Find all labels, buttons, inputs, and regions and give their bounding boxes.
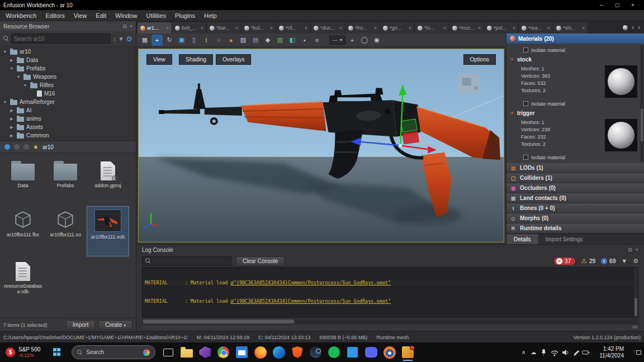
- file-item-xo[interactable]: ar10fbx111.xo: [45, 207, 86, 256]
- tree-item-weapons[interactable]: ▼ Weapons: [0, 73, 136, 81]
- log-search-input[interactable]: [154, 258, 228, 264]
- editor-tab-rea[interactable]: *rea...×: [519, 22, 553, 34]
- editor-tab-fro[interactable]: *fro...×: [345, 22, 380, 34]
- file-item-prefabs[interactable]: Prefabs: [45, 156, 86, 206]
- expand-arrow-icon[interactable]: ▼: [2, 50, 8, 54]
- expand-arrow-icon[interactable]: ▶: [9, 58, 15, 63]
- taskbar-clock[interactable]: 1:42 PM 11/4/2024: [594, 346, 629, 359]
- menu-view[interactable]: View: [69, 11, 92, 20]
- circle-tool-icon[interactable]: ◯: [359, 35, 370, 46]
- visual-studio-button[interactable]: [196, 342, 214, 362]
- material-section-trigger[interactable]: ▼ trigger: [506, 108, 644, 118]
- record-icon[interactable]: •: [299, 35, 310, 46]
- bounds-icon[interactable]: ▯: [188, 35, 200, 46]
- log-filter-icon[interactable]: ▼: [621, 258, 627, 264]
- expand-arrow-icon[interactable]: ▼: [2, 100, 8, 104]
- close-icon[interactable]: ×: [339, 25, 342, 31]
- options-button[interactable]: Options: [463, 54, 496, 65]
- filter-icon[interactable]: ▼: [118, 36, 124, 42]
- rotate-tool-icon[interactable]: ↻: [164, 35, 175, 46]
- dock-icon[interactable]: ⊟: [628, 247, 632, 253]
- clear-console-button[interactable]: Clear Console: [236, 256, 285, 266]
- file-item-data[interactable]: Data: [2, 156, 44, 206]
- close-icon[interactable]: ×: [443, 25, 446, 31]
- close-icon[interactable]: ×: [130, 23, 132, 29]
- editor-tab-lo[interactable]: *lo...×: [415, 22, 449, 34]
- collapse-arrow-icon[interactable]: ▼: [510, 111, 514, 116]
- tree-item-anims[interactable]: ▶ anims: [0, 115, 136, 123]
- materials-scrollbar[interactable]: [640, 45, 643, 161]
- collapse-arrow-icon[interactable]: ▼: [510, 57, 514, 62]
- lod-dropdown[interactable]: —▾: [329, 36, 345, 45]
- breadcrumb-label[interactable]: ar10: [42, 144, 54, 150]
- close-icon[interactable]: ×: [513, 25, 515, 31]
- tab-details[interactable]: Details: [506, 234, 538, 244]
- resource-link[interactable]: @"{90C363A85243A434}Common/Postprocess/S…: [231, 298, 391, 304]
- brave-button[interactable]: [288, 342, 306, 362]
- log-settings-gear-icon[interactable]: ⚙: [633, 258, 638, 265]
- picker-icon[interactable]: ◧: [287, 35, 298, 46]
- close-icon[interactable]: ×: [582, 25, 585, 31]
- tree-item-prefabs[interactable]: ▼ Prefabs: [0, 64, 136, 73]
- overlays-button[interactable]: Overlays: [216, 54, 251, 65]
- log-line[interactable]: MATERIAL : Material load @"{90C363A85243…: [143, 298, 638, 304]
- tree-item-m16[interactable]: M16: [0, 89, 136, 98]
- clear-icon[interactable]: ×: [213, 35, 224, 46]
- tab-scroll-right-icon[interactable]: ›: [638, 23, 640, 31]
- grid-icon[interactable]: ▦: [139, 35, 150, 46]
- close-icon[interactable]: ×: [374, 25, 377, 31]
- browser-settings-gear-icon[interactable]: ⚙: [126, 35, 132, 42]
- isolate-material-row[interactable]: Isolate material: [506, 99, 644, 108]
- menu-utilities[interactable]: Utilities: [141, 11, 170, 20]
- close-icon[interactable]: ×: [636, 247, 638, 253]
- scene-widget[interactable]: [458, 74, 480, 94]
- section-bones[interactable]: IBones (0 + 0): [506, 203, 644, 213]
- file-item-xob-selected[interactable]: ar10fbx111.xob: [87, 207, 129, 256]
- view-button[interactable]: View: [146, 54, 172, 65]
- workbench-button[interactable]: [399, 342, 417, 362]
- checkbox[interactable]: [523, 101, 528, 106]
- expand-arrow-icon[interactable]: ▼: [16, 75, 21, 79]
- file-item-rdb[interactable]: resourceDatabase.rdb: [2, 257, 44, 306]
- taskbar-search[interactable]: Search: [72, 345, 155, 359]
- steam-button[interactable]: [306, 342, 325, 362]
- spotify-button[interactable]: [325, 342, 343, 362]
- onedrive-cloud-icon[interactable]: ☁: [531, 349, 536, 355]
- title-bar[interactable]: Enfusion Workbench - ar 10 ─ ▢ ×: [0, 0, 644, 10]
- tree-item-common[interactable]: ▶ Common: [0, 131, 136, 140]
- close-icon[interactable]: ×: [547, 25, 550, 31]
- add-icon[interactable]: +: [347, 35, 358, 46]
- info-icon[interactable]: I: [201, 35, 212, 46]
- error-count-badge[interactable]: ×37: [554, 258, 575, 265]
- isolate-material-row[interactable]: Isolate material: [506, 153, 644, 162]
- texture-icon[interactable]: ▣: [176, 35, 187, 46]
- news-widget[interactable]: $ S&P 500 -0.11%: [0, 342, 46, 362]
- levels-icon[interactable]: ▥: [274, 35, 286, 46]
- tree-item-data[interactable]: ▶ Data: [0, 56, 136, 64]
- checkbox[interactable]: [523, 47, 528, 53]
- editor-tab-dus[interactable]: *dus...×: [311, 22, 345, 34]
- log-search-box[interactable]: [142, 256, 231, 266]
- file-item-fbx[interactable]: ar10fbx111.fbx: [2, 207, 44, 256]
- editor-tab-shi[interactable]: *shi...×: [553, 22, 588, 34]
- viewport-canvas[interactable]: [139, 49, 504, 242]
- section-colliders[interactable]: ▢Colliders (1): [506, 173, 644, 183]
- nav-dot-icon[interactable]: [14, 144, 20, 150]
- material-section-stock[interactable]: ▼ stock: [506, 55, 644, 64]
- menu-plugins[interactable]: Plugins: [171, 11, 200, 20]
- close-icon[interactable]: ×: [270, 25, 273, 31]
- dock-icon[interactable]: ⊟: [122, 23, 127, 29]
- expand-arrow-icon[interactable]: ▶: [9, 134, 15, 138]
- close-icon[interactable]: ×: [235, 25, 238, 31]
- editor-tab-cli[interactable]: *cli...×: [276, 22, 311, 34]
- editor-tab-bol[interactable]: *bol...×: [242, 22, 276, 34]
- blender-button[interactable]: [380, 342, 399, 362]
- resource-link[interactable]: @"{90C363A85243A434}Common/Postprocess/S…: [231, 280, 391, 285]
- menu-edit[interactable]: Edit: [91, 11, 111, 20]
- tree-item-ar10[interactable]: ▼ ar10: [0, 47, 136, 56]
- menu-workbench[interactable]: Workbench: [1, 11, 41, 20]
- log-horizontal-scrollbar[interactable]: [142, 319, 638, 324]
- section-land-contacts[interactable]: ▦Land contacts (0): [506, 193, 644, 203]
- addon-dot-icon[interactable]: [4, 144, 10, 150]
- menu-window[interactable]: Window: [111, 11, 141, 20]
